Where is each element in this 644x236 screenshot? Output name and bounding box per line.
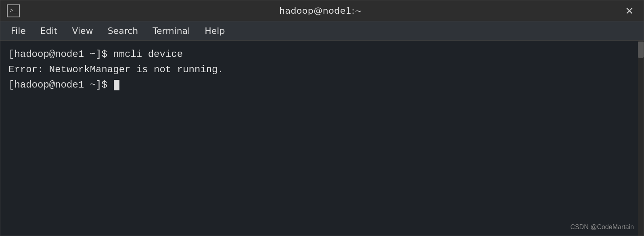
scrollbar[interactable] xyxy=(638,41,644,236)
menu-item-view[interactable]: View xyxy=(65,23,100,38)
terminal-icon: >_ xyxy=(7,4,20,17)
terminal-line-0: [hadoop@node1 ~]$ nmcli device xyxy=(8,47,636,62)
close-button[interactable]: ✕ xyxy=(622,4,637,18)
menu-item-search[interactable]: Search xyxy=(100,23,146,38)
terminal-window: >_ hadoop@node1:~ ✕ FileEditViewSearchTe… xyxy=(0,0,644,236)
menu-item-edit[interactable]: Edit xyxy=(33,23,65,38)
terminal-body[interactable]: [hadoop@node1 ~]$ nmcli deviceError: Net… xyxy=(0,41,644,236)
menu-item-terminal[interactable]: Terminal xyxy=(145,23,197,38)
title-bar-left: >_ xyxy=(7,4,20,17)
menu-item-help[interactable]: Help xyxy=(197,23,232,38)
title-bar-right: ✕ xyxy=(622,4,637,18)
menu-bar: FileEditViewSearchTerminalHelp xyxy=(0,21,644,41)
watermark: CSDN @CodeMartain xyxy=(570,223,634,231)
terminal-line-1: Error: NetworkManager is not running. xyxy=(8,63,636,77)
menu-item-file[interactable]: File xyxy=(4,23,33,38)
title-bar: >_ hadoop@node1:~ ✕ xyxy=(0,0,644,21)
cursor xyxy=(114,80,119,90)
terminal-line-2: [hadoop@node1 ~]$ xyxy=(8,78,636,92)
scrollbar-thumb xyxy=(638,42,644,58)
window-title: hadoop@node1:~ xyxy=(20,6,622,16)
